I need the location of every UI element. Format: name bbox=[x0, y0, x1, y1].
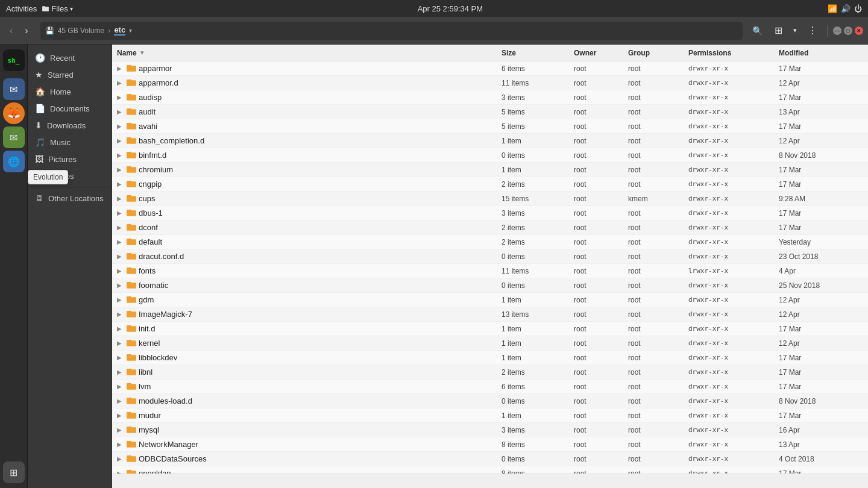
table-row[interactable]: ▶ avahi 5 items root root drwxr-xr-x 17 … bbox=[112, 119, 868, 134]
table-row[interactable]: ▶ cngpip 2 items root root drwxr-xr-x 17… bbox=[112, 177, 868, 192]
sidebar-item-starred[interactable]: ★ Starred bbox=[28, 66, 112, 83]
expand-arrow[interactable]: ▶ bbox=[117, 369, 124, 375]
expand-arrow[interactable]: ▶ bbox=[117, 166, 124, 173]
table-row[interactable]: ▶ mysql 3 items root root drwxr-xr-x 16 … bbox=[112, 423, 868, 437]
col-modified-header[interactable]: Modified bbox=[779, 49, 863, 57]
view-toggle-button[interactable]: ⊞ bbox=[770, 22, 787, 39]
expand-arrow[interactable]: ▶ bbox=[117, 267, 124, 274]
file-group: root bbox=[628, 93, 688, 102]
expand-arrow[interactable]: ▶ bbox=[117, 354, 124, 361]
maximize-button[interactable]: □ bbox=[844, 27, 852, 35]
expand-arrow[interactable]: ▶ bbox=[117, 383, 124, 390]
table-row[interactable]: ▶ kernel 1 item root root drwxr-xr-x 12 … bbox=[112, 336, 868, 351]
table-row[interactable]: ▶ foomatic 0 items root root drwxr-xr-x … bbox=[112, 278, 868, 293]
expand-arrow[interactable]: ▶ bbox=[117, 441, 124, 448]
close-button[interactable]: ✕ bbox=[855, 27, 863, 35]
table-row[interactable]: ▶ mudur 1 item root root drwxr-xr-x 17 M… bbox=[112, 408, 868, 423]
view-options-button[interactable]: ▾ bbox=[788, 24, 802, 37]
file-modified: 17 Mar bbox=[779, 166, 863, 174]
path-dropdown[interactable]: ▾ bbox=[129, 27, 132, 34]
col-group-header[interactable]: Group bbox=[628, 49, 688, 57]
table-row[interactable]: ▶ audisp 3 items root root drwxr-xr-x 17… bbox=[112, 90, 868, 105]
forward-button[interactable]: › bbox=[20, 23, 33, 39]
expand-arrow[interactable]: ▶ bbox=[117, 94, 124, 101]
activities-label[interactable]: Activities bbox=[6, 4, 37, 13]
expand-arrow[interactable]: ▶ bbox=[117, 108, 124, 115]
dock-item-firefox[interactable]: 🦊 bbox=[3, 102, 25, 124]
expand-arrow[interactable]: ▶ bbox=[117, 340, 124, 346]
expand-arrow[interactable]: ▶ bbox=[117, 210, 124, 216]
expand-arrow[interactable]: ▶ bbox=[117, 311, 124, 318]
file-size: 8 items bbox=[502, 469, 574, 474]
table-row[interactable]: ▶ dconf 2 items root root drwxr-xr-x 17 … bbox=[112, 221, 868, 235]
table-row[interactable]: ▶ ImageMagick-7 13 items root root drwxr… bbox=[112, 307, 868, 322]
expand-arrow[interactable]: ▶ bbox=[117, 282, 124, 289]
expand-arrow[interactable]: ▶ bbox=[117, 412, 124, 419]
table-row[interactable]: ▶ libblockdev 1 item root root drwxr-xr-… bbox=[112, 351, 868, 365]
path-segment[interactable]: etc bbox=[114, 25, 125, 36]
expand-arrow[interactable]: ▶ bbox=[117, 152, 124, 158]
table-row[interactable]: ▶ apparmor.d 11 items root root drwxr-xr… bbox=[112, 76, 868, 90]
table-row[interactable]: ▶ binfmt.d 0 items root root drwxr-xr-x … bbox=[112, 148, 868, 163]
overflow-menu-button[interactable]: ⋮ bbox=[803, 22, 822, 39]
sidebar-item-music[interactable]: 🎵 Music bbox=[28, 134, 112, 151]
table-row[interactable]: ▶ gdm 1 item root root drwxr-xr-x 12 Apr bbox=[112, 293, 868, 307]
folder-icon bbox=[127, 439, 136, 449]
file-owner: root bbox=[574, 64, 628, 73]
expand-arrow[interactable]: ▶ bbox=[117, 427, 124, 433]
sidebar-item-documents[interactable]: 📄 Documents bbox=[28, 100, 112, 117]
sidebar-item-downloads[interactable]: ⬇ Downloads bbox=[28, 117, 112, 134]
expand-arrow[interactable]: ▶ bbox=[117, 65, 124, 72]
expand-arrow[interactable]: ▶ bbox=[117, 325, 124, 332]
back-button[interactable]: ‹ bbox=[5, 23, 17, 39]
table-row[interactable]: ▶ ODBCDataSources 0 items root root drwx… bbox=[112, 452, 868, 466]
file-group: root bbox=[628, 166, 688, 174]
files-menu[interactable]: Files ▾ bbox=[42, 4, 72, 13]
table-row[interactable]: ▶ dbus-1 3 items root root drwxr-xr-x 17… bbox=[112, 206, 868, 221]
table-row[interactable]: ▶ audit 5 items root root drwxr-xr-x 13 … bbox=[112, 105, 868, 119]
col-size-header[interactable]: Size bbox=[502, 49, 574, 57]
dock-item-appgrid[interactable]: ⊞ bbox=[3, 461, 25, 483]
search-button[interactable]: 🔍 bbox=[750, 23, 765, 38]
location-bar: 💾 45 GB Volume › etc ▾ bbox=[40, 22, 743, 40]
expand-arrow[interactable]: ▶ bbox=[117, 224, 124, 231]
table-row[interactable]: ▶ lvm 6 items root root drwxr-xr-x 17 Ma… bbox=[112, 380, 868, 394]
file-name: fonts bbox=[139, 266, 156, 275]
col-owner-header[interactable]: Owner bbox=[574, 49, 628, 57]
col-name-header[interactable]: Name ▼ bbox=[117, 49, 502, 57]
expand-arrow[interactable]: ▶ bbox=[117, 195, 124, 202]
dock-item-terminal[interactable]: sh_ bbox=[3, 49, 25, 71]
table-row[interactable]: ▶ default 2 items root root drwxr-xr-x Y… bbox=[112, 235, 868, 249]
expand-arrow[interactable]: ▶ bbox=[117, 80, 124, 86]
table-row[interactable]: ▶ chromium 1 item root root drwxr-xr-x 1… bbox=[112, 163, 868, 177]
col-perms-header[interactable]: Permissions bbox=[688, 49, 779, 57]
expand-arrow[interactable]: ▶ bbox=[117, 181, 124, 187]
sidebar-item-pictures[interactable]: 🖼 Pictures bbox=[28, 151, 112, 167]
table-row[interactable]: ▶ cups 15 items root kmem drwxr-xr-x 9:2… bbox=[112, 192, 868, 206]
sidebar-item-recent[interactable]: 🕐 Recent bbox=[28, 49, 112, 66]
dock-tooltip: Evolution bbox=[28, 170, 68, 184]
expand-arrow[interactable]: ▶ bbox=[117, 123, 124, 130]
table-row[interactable]: ▶ init.d 1 item root root drwxr-xr-x 17 … bbox=[112, 322, 868, 336]
table-row[interactable]: ▶ bash_completion.d 1 item root root drw… bbox=[112, 134, 868, 148]
table-row[interactable]: ▶ NetworkManager 8 items root root drwxr… bbox=[112, 437, 868, 452]
table-row[interactable]: ▶ libnl 2 items root root drwxr-xr-x 17 … bbox=[112, 365, 868, 380]
sidebar-item-home[interactable]: 🏠 Home bbox=[28, 83, 112, 100]
table-row[interactable]: ▶ openldap 8 items root root drwxr-xr-x … bbox=[112, 466, 868, 474]
expand-arrow[interactable]: ▶ bbox=[117, 239, 124, 245]
minimize-button[interactable]: — bbox=[833, 27, 841, 35]
table-row[interactable]: ▶ dracut.conf.d 0 items root root drwxr-… bbox=[112, 249, 868, 264]
dock-item-evolution[interactable]: ✉ bbox=[3, 78, 25, 100]
expand-arrow[interactable]: ▶ bbox=[117, 296, 124, 303]
table-row[interactable]: ▶ modules-load.d 0 items root root drwxr… bbox=[112, 394, 868, 408]
table-row[interactable]: ▶ fonts 11 items root root lrwxr-xr-x 4 … bbox=[112, 264, 868, 278]
dock-item-mail[interactable]: ✉ bbox=[3, 127, 25, 148]
expand-arrow[interactable]: ▶ bbox=[117, 137, 124, 144]
expand-arrow[interactable]: ▶ bbox=[117, 253, 124, 260]
dock-item-globe[interactable]: 🌐 bbox=[3, 151, 25, 172]
expand-arrow[interactable]: ▶ bbox=[117, 398, 124, 404]
sidebar-item-other[interactable]: 🖥 Other Locations bbox=[28, 190, 112, 207]
expand-arrow[interactable]: ▶ bbox=[117, 455, 124, 462]
clock: Apr 25 2:59:34 PM bbox=[418, 4, 483, 13]
table-row[interactable]: ▶ apparmor 6 items root root drwxr-xr-x … bbox=[112, 61, 868, 76]
